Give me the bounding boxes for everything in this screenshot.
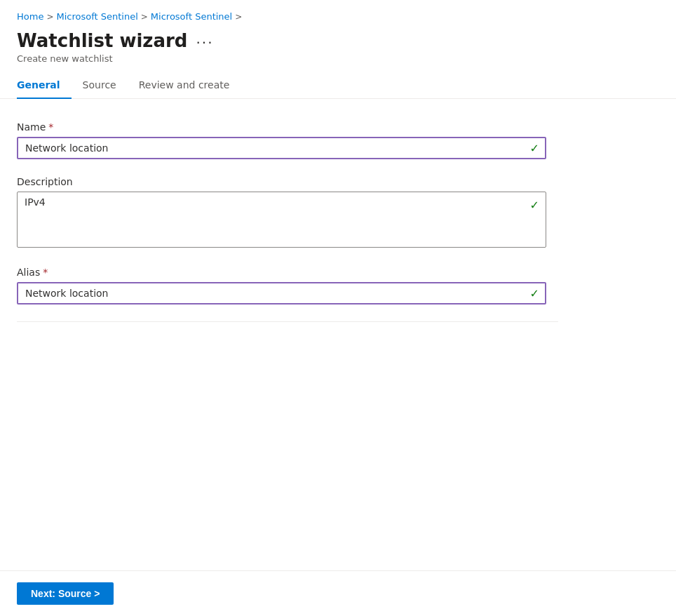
- spacer: [0, 455, 676, 570]
- name-input-wrapper: ✓: [17, 137, 546, 159]
- page-container: Home > Microsoft Sentinel > Microsoft Se…: [0, 0, 676, 616]
- description-input[interactable]: IPv4: [17, 192, 546, 248]
- description-field-group: Description IPv4 ✓: [17, 176, 558, 250]
- tab-source[interactable]: Source: [72, 72, 128, 99]
- tab-general[interactable]: General: [17, 72, 72, 99]
- description-label: Description: [17, 176, 558, 187]
- alias-checkmark-icon: ✓: [530, 287, 539, 300]
- next-source-button[interactable]: Next: Source >: [17, 582, 114, 605]
- name-checkmark-icon: ✓: [530, 142, 539, 155]
- alias-field-group: Alias * ✓: [17, 267, 558, 304]
- page-title: Watchlist wizard: [17, 30, 187, 52]
- form-area: Name * ✓ Description IPv4 ✓ Alias *: [0, 99, 575, 455]
- breadcrumb-separator-2: >: [141, 12, 148, 22]
- more-options-button[interactable]: ···: [196, 34, 213, 51]
- page-header: Watchlist wizard Create new watchlist ··…: [0, 27, 676, 64]
- breadcrumb-separator-3: >: [235, 12, 242, 22]
- footer: Next: Source >: [0, 570, 676, 616]
- page-subtitle: Create new watchlist: [17, 53, 187, 64]
- alias-label: Alias *: [17, 267, 558, 278]
- tab-review-and-create[interactable]: Review and create: [128, 72, 241, 99]
- alias-input[interactable]: [17, 282, 546, 304]
- name-required-star: *: [48, 121, 53, 133]
- page-title-block: Watchlist wizard Create new watchlist: [17, 30, 187, 64]
- alias-required-star: *: [43, 267, 48, 278]
- breadcrumb-sentinel-2[interactable]: Microsoft Sentinel: [151, 11, 232, 22]
- name-label: Name *: [17, 121, 558, 133]
- alias-input-wrapper: ✓: [17, 282, 546, 304]
- breadcrumb: Home > Microsoft Sentinel > Microsoft Se…: [0, 0, 676, 27]
- breadcrumb-sentinel-1[interactable]: Microsoft Sentinel: [56, 11, 137, 22]
- breadcrumb-home[interactable]: Home: [17, 11, 43, 22]
- description-input-wrapper: IPv4 ✓: [17, 192, 546, 250]
- name-input[interactable]: [17, 137, 546, 159]
- breadcrumb-separator-1: >: [46, 12, 53, 22]
- tabs-bar: General Source Review and create: [0, 72, 676, 99]
- form-divider: [17, 321, 558, 322]
- name-field-group: Name * ✓: [17, 121, 558, 159]
- description-checkmark-icon: ✓: [530, 199, 539, 212]
